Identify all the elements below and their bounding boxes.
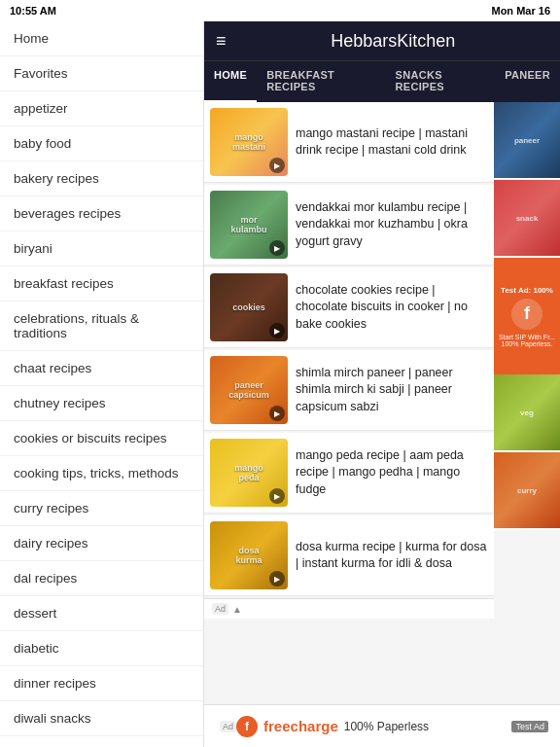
recipe-thumb-label: mango mastani [232, 132, 265, 152]
play-icon: ▶ [269, 571, 285, 587]
recipe-thumb-label: paneer capsicum [228, 380, 269, 400]
side-ad-test-text: Test Ad: 100% [501, 286, 553, 295]
sidebar-item-beverages-recipes[interactable]: beverages recipes [0, 196, 203, 231]
tab-paneer[interactable]: PANEER [495, 61, 560, 102]
test-ad-badge: Test Ad [511, 721, 548, 732]
side-thumb-side4[interactable]: curry [494, 452, 560, 530]
recipe-card[interactable]: mor kulambu▶vendakkai mor kulambu recipe… [204, 185, 494, 266]
recipe-card[interactable]: cookies▶chocolate cookies recipe | choco… [204, 267, 494, 348]
side-ad-sip-text: Start SIP With Fr... 100% Paperless. [498, 334, 556, 347]
side-thumb-side2[interactable]: snack [494, 180, 560, 258]
sidebar-item-dessert[interactable]: dessert [0, 596, 203, 631]
sidebar-item-cooking-tips[interactable]: cooking tips, tricks, methods [0, 456, 203, 491]
sidebar-item-biryani[interactable]: biryani [0, 231, 203, 267]
sidebar-item-appetizer[interactable]: appetizer [0, 91, 203, 126]
side-thumb-side3[interactable]: veg [494, 374, 560, 452]
recipe-card[interactable]: mango peda▶mango peda recipe | aam peda … [204, 433, 494, 514]
sidebar-item-dal-recipes[interactable]: dal recipes [0, 561, 203, 596]
recipe-thumb-label: mango peda [234, 463, 263, 482]
tab-home[interactable]: HOME [204, 61, 257, 102]
recipe-title: shimla mirch paneer | paneer shimla mirc… [296, 365, 488, 416]
content-area: mango mastani▶mango mastani recipe | mas… [204, 102, 560, 704]
sidebar-item-dinner-recipes[interactable]: dinner recipes [0, 666, 203, 701]
brand-name: HebbarsKitchen [238, 31, 548, 52]
sidebar-item-cookies-biscuits[interactable]: cookies or biscuits recipes [0, 421, 203, 456]
nav-tabs: HOMEBREAKFAST RECIPESSNACKS RECIPESPANEE… [204, 60, 560, 102]
sidebar-item-bakery-recipes[interactable]: bakery recipes [0, 161, 203, 196]
side-thumb-side1[interactable]: paneer [494, 102, 560, 180]
hamburger-icon[interactable]: ≡ [216, 31, 227, 52]
status-bar: 10:55 AM Mon Mar 16 [0, 0, 560, 21]
right-panel: ≡ HebbarsKitchen HOMEBREAKFAST RECIPESSN… [204, 21, 560, 747]
tab-snacks[interactable]: SNACKS RECIPES [386, 61, 496, 102]
status-date: Mon Mar 16 [491, 5, 550, 17]
ad-label: Ad [220, 721, 236, 732]
sidebar-item-breakfast-recipes[interactable]: breakfast recipes [0, 267, 203, 302]
status-time: 10:55 AM [10, 5, 56, 17]
play-icon: ▶ [269, 323, 285, 338]
sidebar-item-favorites[interactable]: Favorites [0, 56, 203, 91]
recipe-thumb-label: dosa kurma [235, 546, 262, 565]
side-ad-box[interactable]: Test Ad: 100%fStart SIP With Fr... 100% … [494, 258, 560, 374]
sidebar-item-curry-recipes[interactable]: curry recipes [0, 491, 203, 526]
ad-marker: Ad [212, 603, 228, 615]
ad-tagline: 100% Paperless [344, 720, 429, 733]
recipe-title: chocolate cookies recipe | chocolate bis… [296, 282, 488, 334]
recipe-title: mango mastani recipe | mastani drink rec… [296, 125, 488, 160]
recipe-card[interactable]: mango mastani▶mango mastani recipe | mas… [204, 102, 494, 183]
sidebar-item-home[interactable]: Home [0, 21, 203, 56]
side-thumb-label: veg [520, 409, 534, 417]
tab-breakfast[interactable]: BREAKFAST RECIPES [257, 61, 385, 102]
sidebar-item-diwali-snacks[interactable]: diwali snacks [0, 701, 203, 736]
recipe-thumb-label: mor kulambu [230, 215, 266, 234]
play-icon: ▶ [269, 406, 285, 421]
recipe-title: dosa kurma recipe | kurma for dosa | ins… [296, 539, 488, 573]
sidebar-item-diabetic[interactable]: diabetic [0, 631, 203, 666]
sidebar: HomeFavoritesappetizerbaby foodbakery re… [0, 21, 204, 747]
recipe-card[interactable]: dosa kurma▶dosa kurma recipe | kurma for… [204, 516, 494, 596]
sidebar-item-chaat-recipes[interactable]: chaat recipes [0, 351, 203, 386]
sidebar-item-dairy-recipes[interactable]: dairy recipes [0, 526, 203, 561]
sidebar-item-chutney-recipes[interactable]: chutney recipes [0, 386, 203, 421]
side-ad-logo: f [511, 299, 542, 330]
recipe-card[interactable]: paneer capsicum▶shimla mirch paneer | pa… [204, 350, 494, 431]
recipe-title: vendakkai mor kulambu recipe | vendakkai… [296, 199, 488, 251]
sidebar-item-diwali-sweets[interactable]: diwali sweets [0, 736, 203, 747]
recipe-feed: mango mastani▶mango mastani recipe | mas… [204, 102, 494, 704]
bottom-ad[interactable]: Ad f freecharge 100% Paperless Test Ad [204, 704, 560, 747]
freecharge-icon: f [236, 716, 258, 737]
side-thumb-label: snack [516, 214, 539, 223]
side-thumb-label: paneer [514, 136, 540, 145]
recipe-title: mango peda recipe | aam peda recipe | ma… [296, 447, 488, 499]
play-icon: ▶ [269, 488, 285, 504]
play-icon: ▶ [269, 240, 285, 256]
play-icon: ▶ [269, 158, 285, 173]
main-layout: HomeFavoritesappetizerbaby foodbakery re… [0, 21, 560, 747]
sidebar-item-baby-food[interactable]: baby food [0, 126, 203, 161]
ad-info: ▲ [232, 604, 242, 615]
freecharge-brand: freecharge [263, 718, 338, 734]
recipe-thumb-label: cookies [232, 302, 265, 312]
app-header: ≡ HebbarsKitchen [204, 21, 560, 60]
side-thumbnails: paneersnackTest Ad: 100%fStart SIP With … [494, 102, 560, 704]
sidebar-item-celebrations[interactable]: celebrations, rituals & traditions [0, 302, 203, 351]
side-thumb-label: curry [517, 486, 537, 495]
feed-ad-row[interactable]: Ad▲ [204, 598, 494, 619]
